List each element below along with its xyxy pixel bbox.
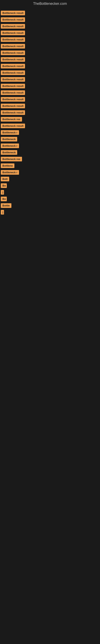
list-item: Bottleneck r <box>1 144 99 149</box>
list-item: | <box>1 190 99 196</box>
list-item: Bottleneck result <box>1 11 99 16</box>
list-item: Bottleneck result <box>1 124 99 129</box>
bottleneck-badge: Bott <box>1 177 9 181</box>
bottleneck-badge: Bottleneck res <box>1 157 22 162</box>
list-item: Bottleneck result <box>1 57 99 62</box>
bottleneck-badge: Bottleneck result <box>1 44 25 48</box>
bottleneck-badge: Bottleneck result <box>1 57 25 62</box>
list-item: Bottlene <box>1 164 99 169</box>
list-item: Bottleneck result <box>1 50 99 56</box>
bottleneck-badge: Bottleneck result <box>1 104 25 108</box>
list-item: Bottleneck result <box>1 24 99 30</box>
bottleneck-badge: Bo <box>1 196 7 201</box>
list-item: Bottleneck result <box>1 37 99 43</box>
bottleneck-badge: Bottlene <box>1 164 14 168</box>
bottleneck-badge: Bottleneck result <box>1 37 25 42</box>
bottleneck-badge: Bo <box>1 183 7 188</box>
list-item: Bottleneck result <box>1 90 99 96</box>
list-item: Bottleneck result <box>1 70 99 76</box>
bottleneck-badge: Bottle <box>1 203 11 208</box>
bottleneck-badge: Bottleneck <box>1 137 17 142</box>
site-title: TheBottlenecker.com <box>0 0 100 8</box>
bottleneck-badge: Bottleneck result <box>1 64 25 68</box>
bottleneck-badge: Bottleneck result <box>1 11 25 15</box>
bottleneck-badge: Bottleneck res <box>1 117 22 122</box>
bottleneck-badge: Bottleneck <box>1 150 17 155</box>
items-container: Bottleneck resultBottleneck resultBottle… <box>0 8 100 218</box>
list-item: Bottleneck r <box>1 170 99 176</box>
bottleneck-badge: | <box>1 210 4 214</box>
list-item: Bottleneck result <box>1 84 99 89</box>
bottleneck-badge: Bottleneck r <box>1 130 19 135</box>
bottleneck-badge: Bottleneck result <box>1 24 25 28</box>
bottleneck-badge: Bottleneck result <box>1 97 25 102</box>
list-item: Bott <box>1 177 99 182</box>
list-item: Bottleneck <box>1 137 99 142</box>
list-item: Bottle <box>1 203 99 209</box>
list-item: Bottleneck result <box>1 64 99 69</box>
list-item: Bottleneck r <box>1 130 99 136</box>
list-item: Bottleneck result <box>1 30 99 36</box>
bottleneck-badge: Bottleneck result <box>1 70 25 75</box>
list-item: | <box>1 210 99 215</box>
list-item: Bottleneck res <box>1 157 99 162</box>
bottleneck-badge: Bottleneck result <box>1 110 25 115</box>
list-item: Bottleneck <box>1 150 99 156</box>
bottleneck-badge: Bottleneck result <box>1 30 25 35</box>
bottleneck-badge: Bottleneck result <box>1 77 25 82</box>
bottleneck-badge: Bottleneck result <box>1 124 25 128</box>
bottleneck-badge: Bottleneck result <box>1 50 25 55</box>
bottleneck-badge: Bottleneck r <box>1 170 19 175</box>
list-item: Bottleneck result <box>1 17 99 23</box>
bottleneck-badge: Bottleneck result <box>1 84 25 88</box>
list-item: Bottleneck result <box>1 104 99 109</box>
list-item: Bottleneck result <box>1 97 99 102</box>
list-item: Bottleneck res <box>1 117 99 122</box>
bottleneck-badge: Bottleneck r <box>1 144 19 148</box>
list-item: Bottleneck result <box>1 110 99 116</box>
list-item: Bottleneck result <box>1 44 99 49</box>
bottleneck-badge: Bottleneck result <box>1 90 25 95</box>
list-item: Bo <box>1 183 99 189</box>
list-item: Bo <box>1 196 99 202</box>
list-item: Bottleneck result <box>1 77 99 82</box>
bottleneck-badge: | <box>1 190 4 194</box>
bottleneck-badge: Bottleneck result <box>1 17 25 22</box>
